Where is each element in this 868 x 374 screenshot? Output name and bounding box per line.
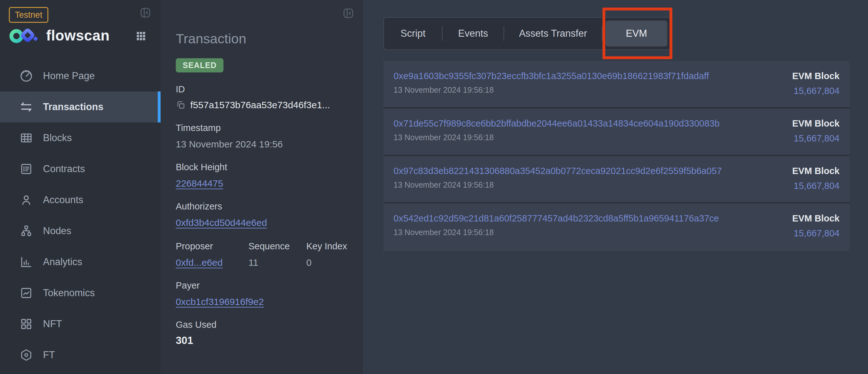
- authorizers-label: Authorizers: [176, 201, 348, 212]
- timestamp-value: 13 November 2024 19:56: [176, 138, 348, 150]
- flowscan-logo-icon: [9, 25, 39, 46]
- evm-transaction-row[interactable]: 0x542ed1c92d59c21d81a60f258777457ad4b232…: [383, 203, 850, 251]
- sidebar-item-label: Tokenomics: [43, 287, 95, 299]
- evm-block-number-link[interactable]: 15,667,804: [792, 228, 840, 238]
- sidebar-item-label: Accounts: [43, 194, 84, 206]
- apps-grid-button[interactable]: [135, 30, 147, 42]
- main-content: Script Events Assets Transfer EVM 0xe9a1…: [363, 0, 868, 374]
- proposer-label: Proposer: [176, 241, 248, 252]
- tab-events[interactable]: Events: [442, 18, 503, 49]
- evm-transaction-hash-link[interactable]: 0xe9a1603bc9355fc307b23eccfb3bfc1a3255a0…: [394, 70, 709, 81]
- sequence-value: 11: [248, 257, 306, 269]
- hierarchy-icon: [19, 224, 33, 238]
- brand-name: flowscan: [46, 27, 110, 44]
- sidebar-item-label: Blocks: [43, 132, 72, 144]
- panel-collapse-icon: [139, 6, 152, 19]
- sidebar-item-transactions[interactable]: Transactions: [0, 91, 161, 122]
- transaction-detail-panel: Transaction SEALED ID f557a1573b76aa53e7…: [161, 0, 363, 374]
- cube-icon: [19, 348, 33, 362]
- sidebar-item-label: Analytics: [43, 256, 82, 268]
- sidebar-item-analytics[interactable]: Analytics: [0, 247, 161, 278]
- tab-evm[interactable]: EVM: [606, 21, 667, 47]
- person-icon: [19, 193, 33, 207]
- evm-transaction-row[interactable]: 0xe9a1603bc9355fc307b23eccfb3bfc1a3255a0…: [383, 61, 850, 109]
- sidebar-item-nft[interactable]: NFT: [0, 309, 161, 340]
- copy-icon[interactable]: [176, 100, 186, 110]
- tab-script[interactable]: Script: [384, 18, 442, 49]
- payer-address-link[interactable]: 0xcb1cf3196916f9e2: [176, 296, 264, 307]
- proposer-address-link[interactable]: 0xfd...e6ed: [176, 257, 222, 268]
- proposer-row: Proposer 0xfd...e6ed Sequence 11 Key Ind…: [176, 241, 348, 269]
- evm-transaction-timestamp: 13 November 2024 19:56:18: [394, 228, 719, 237]
- transfer-arrows-icon: [19, 100, 33, 114]
- gas-used-label: Gas Used: [176, 319, 348, 330]
- evm-transaction-timestamp: 13 November 2024 19:56:18: [394, 85, 709, 95]
- evm-row-list: 0xe9a1603bc9355fc307b23eccfb3bfc1a3255a0…: [383, 61, 850, 251]
- block-height-link[interactable]: 226844475: [176, 178, 223, 189]
- transaction-id-value: f557a1573b76aa53e73d46f3e1...: [190, 99, 330, 111]
- grid-table-icon: [19, 131, 33, 145]
- sidebar-item-label: FT: [43, 349, 55, 361]
- trend-chart-icon: [19, 286, 33, 300]
- squares-icon: [19, 317, 33, 331]
- sequence-label: Sequence: [248, 241, 306, 252]
- status-badge: SEALED: [176, 58, 223, 73]
- sidebar-item-label: Nodes: [43, 225, 71, 237]
- sidebar-item-label: Home Page: [43, 70, 95, 82]
- evm-block-label: EVM Block: [792, 70, 840, 81]
- evm-transaction-hash-link[interactable]: 0x71de55c7f989c8ce6bb2bffabdbe2044ee6a01…: [394, 118, 720, 129]
- sidebar-item-nodes[interactable]: Nodes: [0, 215, 161, 247]
- panel-collapse-icon: [342, 7, 355, 20]
- evm-block-number-link[interactable]: 15,667,804: [792, 181, 840, 191]
- tab-assets-transfer[interactable]: Assets Transfer: [504, 18, 602, 49]
- evm-transaction-row[interactable]: 0x97c83d3eb8221431306880a35452a0b0772cec…: [383, 156, 850, 203]
- evm-transaction-timestamp: 13 November 2024 19:56:18: [394, 180, 722, 190]
- network-badge: Testnet: [9, 7, 49, 23]
- key-index-label: Key Index: [306, 241, 347, 252]
- gas-used-value: 301: [176, 335, 348, 346]
- apps-grid-icon: [135, 30, 147, 42]
- tab-divider: [602, 26, 602, 41]
- sidebar-item-ft[interactable]: FT: [0, 340, 161, 371]
- evm-block-label: EVM Block: [792, 166, 840, 176]
- evm-transaction-row[interactable]: 0x71de55c7f989c8ce6bb2bffabdbe2044ee6a01…: [383, 109, 850, 156]
- sidebar-item-label: NFT: [43, 318, 62, 330]
- sidebar: Testnet flowscan: [0, 0, 161, 374]
- panel-collapse-button[interactable]: [342, 7, 355, 20]
- sidebar-item-accounts[interactable]: Accounts: [0, 184, 161, 215]
- payer-label: Payer: [176, 280, 348, 291]
- authorizer-address-link[interactable]: 0xfd3b4cd50d44e6ed: [176, 218, 267, 228]
- evm-block-label: EVM Block: [792, 118, 840, 129]
- evm-transaction-hash-link[interactable]: 0x542ed1c92d59c21d81a60f258777457ad4b232…: [394, 213, 719, 224]
- id-label: ID: [176, 84, 348, 95]
- evm-transaction-timestamp: 13 November 2024 19:56:18: [394, 133, 720, 142]
- sidebar-item-tokenomics[interactable]: Tokenomics: [0, 278, 161, 309]
- brand[interactable]: flowscan: [9, 25, 110, 46]
- sidebar-item-home-page[interactable]: Home Page: [0, 60, 161, 91]
- evm-block-number-link[interactable]: 15,667,804: [792, 133, 840, 144]
- sidebar-item-contracts[interactable]: Contracts: [0, 153, 161, 184]
- flowscan-app: Testnet flowscan: [0, 0, 868, 374]
- evm-transaction-hash-link[interactable]: 0x97c83d3eb8221431306880a35452a0b0772cec…: [394, 166, 722, 176]
- gauge-icon: [19, 69, 33, 83]
- key-index-value: 0: [306, 257, 347, 269]
- evm-block-label: EVM Block: [792, 213, 840, 224]
- bar-chart-icon: [19, 255, 33, 269]
- sidebar-item-blocks[interactable]: Blocks: [0, 122, 161, 153]
- page-title: Transaction: [176, 31, 348, 47]
- evm-block-number-link[interactable]: 15,667,804: [792, 86, 840, 96]
- sidebar-nav: Home Page Transactions: [0, 60, 161, 371]
- block-height-label: Block Height: [176, 162, 348, 172]
- sidebar-item-label: Transactions: [43, 101, 103, 113]
- tab-bar: Script Events Assets Transfer EVM: [383, 17, 671, 50]
- sidebar-collapse-button[interactable]: [139, 6, 152, 19]
- sidebar-item-label: Contracts: [43, 163, 85, 175]
- document-list-icon: [19, 162, 33, 176]
- timestamp-label: Timestamp: [176, 122, 348, 133]
